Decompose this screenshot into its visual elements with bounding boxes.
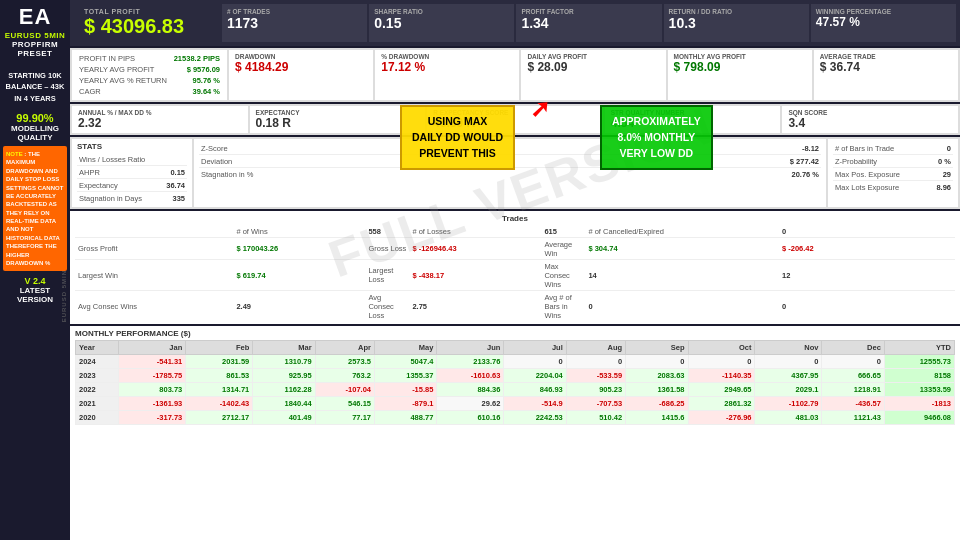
- trades-title: Trades: [75, 214, 955, 223]
- monthly-cell-2024-apr: 2573.5: [315, 355, 374, 369]
- max-lots-value: 8.96: [928, 181, 953, 194]
- sidebar-note: NOTE : THE MAXIMUM DRAWDOWN AND DAILY ST…: [3, 146, 67, 271]
- avg-trade-cell: AVERAGE TRADE $ 36.74: [814, 50, 958, 100]
- stats-title: STATS: [77, 142, 187, 151]
- bars-trade-value: 0: [928, 142, 953, 155]
- metric-return-dd: RETURN / DD RATIO 10.3: [664, 4, 809, 42]
- monthly-cell-2020-sep: 1415.6: [626, 411, 688, 425]
- trades-section: Trades # of Wins 558 # of Losses 615 # o…: [70, 211, 960, 324]
- monthly-cell-2023-may: 1355.37: [374, 369, 436, 383]
- monthly-cell-2024-sep: 0: [626, 355, 688, 369]
- stag-pct-label: Stagnation in %: [199, 168, 591, 181]
- annual-pct-cell: ANNUAL % / MAX DD % 2.32: [72, 106, 248, 133]
- monthly-cell-2023-sep: 2083.63: [626, 369, 688, 383]
- monthly-year-cell: 2024: [76, 355, 119, 369]
- version-label: VERSION: [17, 295, 53, 304]
- monthly-ytd-2022: 13353.59: [884, 383, 954, 397]
- wl-value: [160, 153, 187, 166]
- exp-label: Expectancy: [77, 179, 160, 192]
- metrics-grid: # OF TRADES 1173 SHARPE RATIO 0.15 PROFI…: [222, 4, 956, 42]
- monthly-cell-2021-dec: -436.57: [822, 397, 884, 411]
- monthly-cell-2024-may: 5047.4: [374, 355, 436, 369]
- monthly-data-row: 2021-1361.93-1402.431840.44546.15-879.12…: [76, 397, 955, 411]
- metric-pf-label: PROFIT FACTOR: [521, 8, 656, 15]
- dd-cell: DRAWDOWN $ 4184.29: [229, 50, 373, 100]
- stats-right-row3: Max Pos. Exposure 29: [833, 168, 953, 181]
- stats-row-wl: Wins / Losses Ratio: [77, 153, 187, 166]
- monthly-cell-2023-oct: -1140.35: [688, 369, 755, 383]
- sidebar-title1: EURUSD 5MIN: [5, 31, 66, 40]
- sidebar: EA EURUSD 5MIN PROPFIRM PRESET STARTING …: [0, 0, 70, 540]
- monthly-cell-2024-jul: 0: [504, 355, 566, 369]
- total-profit-value: $ 43096.83: [84, 15, 209, 38]
- modelling-sub: QUALITY: [17, 133, 52, 142]
- stats-right-row2: Z-Probability 0 %: [833, 155, 953, 168]
- avg-trade-label: AVERAGE TRADE: [820, 53, 952, 60]
- monthly-cell-2023-aug: -533.59: [566, 369, 625, 383]
- pip-label: PROFIT IN PIPS: [77, 53, 171, 64]
- metric-sharpe: SHARPE RATIO 0.15: [369, 4, 514, 42]
- dd-label: DRAWDOWN: [235, 53, 367, 60]
- monthly-cell-2023-jan: -1785.75: [119, 369, 186, 383]
- total-profit-label: TOTAL PROFIT: [84, 8, 209, 15]
- z-prob-value: 0 %: [928, 155, 953, 168]
- modelling-label: MODELLING: [11, 124, 59, 133]
- annual-pct-value: 2.32: [78, 116, 242, 130]
- monthly-cell-2021-jun: 29.62: [437, 397, 504, 411]
- max-pos-label: Max Pos. Exposure: [833, 168, 928, 181]
- second-row: PROFIT IN PIPS 21538.2 PIPS YEARLY AVG P…: [70, 48, 960, 102]
- total-profit-block: TOTAL PROFIT $ 43096.83: [74, 4, 219, 42]
- pip-row: PROFIT IN PIPS 21538.2 PIPS: [77, 53, 222, 64]
- monthly-section: MONTHLY PERFORMANCE ($) Year Jan Feb Mar…: [70, 326, 960, 540]
- monthly-cell-2020-dec: 1121.43: [822, 411, 884, 425]
- sqn-value: 3.4: [788, 116, 952, 130]
- monthly-year-cell: 2020: [76, 411, 119, 425]
- monthly-cell-2024-dec: 0: [822, 355, 884, 369]
- sqn-cell: SQN SCORE 3.4: [782, 106, 958, 133]
- metric-wp-value: 47.57 %: [816, 15, 951, 29]
- monthly-avg-cell: MONTHLY AVG PROFIT $ 798.09: [668, 50, 812, 100]
- monthly-year-cell: 2022: [76, 383, 119, 397]
- monthly-cell-2021-sep: -686.25: [626, 397, 688, 411]
- sidebar-balance: STARTING 10K BALANCE – 43K IN 4 YEARS: [6, 70, 65, 104]
- monthly-ytd-2023: 8158: [884, 369, 954, 383]
- trades-row-largest: Largest Win $ 619.74 Largest Loss $ -438…: [75, 260, 955, 291]
- annotation-green-text: APPROXIMATELY8.0% MONTHLYVERY LOW DD: [612, 115, 701, 159]
- metric-pf-value: 1.34: [521, 15, 656, 31]
- monthly-cell-2024-jan: -541.31: [119, 355, 186, 369]
- yearly-profit-value: $ 9576.09: [171, 64, 222, 75]
- monthly-cell-2021-oct: 2861.32: [688, 397, 755, 411]
- annotation-yellow-box: USING MAXDAILY DD WOULDPREVENT THIS: [400, 105, 515, 170]
- yearly-profit-label: YEARLY AVG PROFIT: [77, 64, 171, 75]
- monthly-cell-2023-nov: 4367.95: [755, 369, 822, 383]
- stats-right-table: # of Bars in Trade 0 Z-Probability 0 % M…: [833, 142, 953, 193]
- monthly-cell-2020-nov: 481.03: [755, 411, 822, 425]
- bars-trade-label: # of Bars in Trade: [833, 142, 928, 155]
- monthly-cell-2020-jul: 2242.53: [504, 411, 566, 425]
- sidebar-title2: PROPFIRM: [12, 40, 58, 49]
- metric-sharpe-value: 0.15: [374, 15, 509, 31]
- monthly-header-row: Year Jan Feb Mar Apr May Jun Jul Aug Sep…: [76, 341, 955, 355]
- pct-dd-label: % DRAWDOWN: [381, 53, 513, 60]
- eurusd-tag: EURUSD 5MIN: [61, 270, 67, 322]
- top-bar: TOTAL PROFIT $ 43096.83 # OF TRADES 1173…: [70, 0, 960, 46]
- monthly-ytd-2021: -1813: [884, 397, 954, 411]
- monthly-cell-2020-oct: -276.96: [688, 411, 755, 425]
- dd-value: $ 4184.29: [235, 60, 367, 74]
- monthly-cell-2020-jun: 610.16: [437, 411, 504, 425]
- metric-rdd-value: 10.3: [669, 15, 804, 31]
- wl-label: Wins / Losses Ratio: [77, 153, 160, 166]
- stag-label: Stagnation in Days: [77, 192, 160, 205]
- sqn-label: SQN SCORE: [788, 109, 952, 116]
- monthly-data-row: 2020-317.732712.17401.4977.17488.77610.1…: [76, 411, 955, 425]
- metric-trades: # OF TRADES 1173: [222, 4, 367, 42]
- monthly-cell-2022-aug: 905.23: [566, 383, 625, 397]
- cagr-value: 39.64 %: [171, 86, 222, 97]
- modelling-pct: 99.90%: [16, 112, 53, 124]
- yearly-return-label: YEARLY AVG % RETURN: [77, 75, 171, 86]
- trades-table: # of Wins 558 # of Losses 615 # of Cance…: [75, 225, 955, 321]
- version: V 2.4: [24, 276, 45, 286]
- profit-details: PROFIT IN PIPS 21538.2 PIPS YEARLY AVG P…: [72, 50, 227, 100]
- monthly-cell-2022-dec: 1218.91: [822, 383, 884, 397]
- monthly-cell-2022-jun: 884.36: [437, 383, 504, 397]
